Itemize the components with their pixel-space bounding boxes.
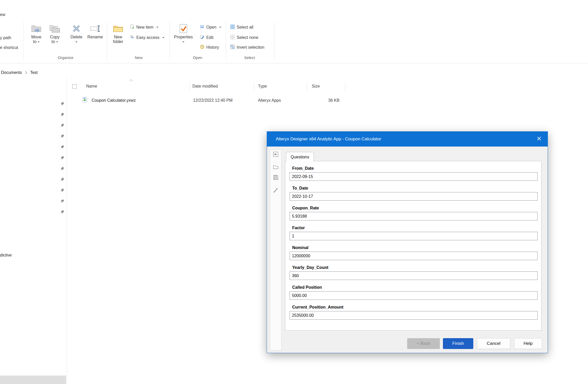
cancel-button[interactable]: Cancel bbox=[477, 338, 510, 349]
status-bar-fragment bbox=[0, 376, 66, 384]
help-button[interactable]: Help bbox=[514, 338, 542, 349]
dropdown-caret-icon bbox=[219, 27, 221, 29]
breadcrumb-chevron-icon bbox=[24, 71, 27, 74]
ribbon-group-new: New bbox=[135, 55, 142, 60]
move-to-icon bbox=[31, 22, 42, 35]
pin-icon[interactable] bbox=[60, 156, 65, 160]
easy-access-button[interactable]: Easy access bbox=[130, 34, 164, 41]
column-header-size[interactable]: Size bbox=[312, 84, 320, 89]
column-divider[interactable] bbox=[254, 82, 254, 91]
column-divider[interactable] bbox=[345, 82, 345, 91]
ribbon-separator bbox=[274, 22, 274, 59]
dropdown-caret-icon bbox=[156, 27, 158, 29]
sidebar-item-fragment[interactable]: dictive bbox=[0, 253, 12, 258]
new-folder-button[interactable]: New folder bbox=[108, 22, 128, 54]
pin-icon[interactable] bbox=[60, 134, 65, 138]
breadcrumb-item-documents[interactable]: Documents bbox=[0, 70, 23, 75]
ribbon-tab-fragment[interactable]: ew bbox=[0, 12, 5, 17]
dropdown-caret-icon bbox=[162, 37, 164, 39]
save-icon[interactable] bbox=[273, 175, 279, 180]
question-field: Called Position bbox=[290, 285, 541, 300]
close-button[interactable] bbox=[531, 132, 548, 147]
alteryx-file-icon bbox=[82, 97, 88, 103]
edit-button[interactable]: Edit bbox=[200, 34, 213, 41]
rename-button[interactable]: Rename bbox=[85, 22, 105, 54]
sort-ascending-icon bbox=[129, 79, 133, 83]
pin-icon[interactable] bbox=[60, 101, 65, 106]
coupon-rate-input[interactable] bbox=[290, 212, 538, 220]
pin-icon[interactable] bbox=[60, 199, 65, 203]
question-label: Yearly_Day_Count bbox=[292, 265, 541, 270]
copy-to-icon bbox=[49, 22, 60, 35]
select-all-button[interactable]: Select all bbox=[230, 23, 253, 31]
easy-access-icon bbox=[130, 35, 135, 40]
invert-selection-button[interactable]: Invert selection bbox=[230, 44, 264, 51]
ribbon-separator bbox=[170, 22, 170, 59]
file-type: Alteryx Apps bbox=[258, 98, 281, 103]
question-field: Nominal bbox=[290, 245, 541, 260]
file-size: 36 KB bbox=[328, 98, 340, 103]
column-divider[interactable] bbox=[307, 82, 307, 91]
pin-icon[interactable] bbox=[60, 145, 65, 149]
finish-button[interactable]: Finish bbox=[443, 338, 473, 349]
breadcrumb: Documents Test bbox=[0, 67, 39, 78]
nominal-input[interactable] bbox=[290, 252, 538, 260]
select-none-button[interactable]: Select none bbox=[230, 34, 259, 41]
rename-icon bbox=[90, 22, 101, 35]
open-folder-icon[interactable] bbox=[273, 164, 279, 170]
pin-icon[interactable] bbox=[60, 177, 65, 182]
column-divider[interactable] bbox=[189, 82, 190, 91]
copy-path-button-fragment[interactable]: y path bbox=[0, 36, 11, 40]
dropdown-caret-icon bbox=[56, 41, 58, 44]
ribbon-separator bbox=[23, 22, 23, 59]
question-field: Coupon_Rate bbox=[290, 206, 541, 220]
move-to-button[interactable]: Move to bbox=[26, 22, 47, 54]
dialog-titlebar[interactable]: Alteryx Designer x64 Analytic App - Coup… bbox=[267, 132, 548, 147]
breadcrumb-item-test[interactable]: Test bbox=[29, 70, 39, 75]
ribbon-separator bbox=[226, 22, 226, 59]
pane-divider[interactable] bbox=[67, 77, 67, 384]
new-item-icon bbox=[130, 24, 135, 30]
pin-icon[interactable] bbox=[60, 188, 65, 192]
question-field: Current_Position_Amount bbox=[290, 305, 541, 320]
called-position-input[interactable] bbox=[290, 291, 538, 300]
new-item-button[interactable]: New item bbox=[130, 23, 158, 31]
yearly-day-count-input[interactable] bbox=[290, 271, 538, 280]
select-all-checkbox[interactable] bbox=[72, 84, 77, 89]
file-name[interactable]: Coupon Calculator.yxwz bbox=[92, 98, 136, 103]
wizard-wand-icon[interactable] bbox=[273, 187, 279, 193]
select-all-icon bbox=[230, 24, 235, 30]
question-label: Current_Position_Amount bbox=[292, 305, 541, 310]
pin-icon[interactable] bbox=[60, 166, 65, 171]
from-date-input[interactable] bbox=[290, 172, 538, 181]
delete-button[interactable]: Delete bbox=[67, 22, 86, 54]
properties-icon bbox=[178, 22, 189, 35]
questions-panel: From_Date To_Date Coupon_Rate Factor Nom… bbox=[285, 161, 541, 331]
copy-to-button[interactable]: Copy to bbox=[44, 22, 65, 54]
back-arrow-icon[interactable] bbox=[273, 151, 279, 157]
question-field: From_Date bbox=[290, 166, 541, 181]
properties-button[interactable]: Properties bbox=[173, 22, 194, 54]
close-icon bbox=[537, 136, 541, 142]
ribbon-separator bbox=[107, 22, 107, 59]
dropdown-caret-icon bbox=[38, 41, 40, 44]
pin-icon[interactable] bbox=[60, 123, 65, 127]
factor-input[interactable] bbox=[290, 232, 538, 240]
ribbon-toolbar: y path e shortcut Move to Copy to Delete… bbox=[0, 19, 588, 63]
pin-icon[interactable] bbox=[60, 210, 65, 214]
alteryx-analytic-app-dialog: Alteryx Designer x64 Analytic App - Coup… bbox=[267, 131, 548, 353]
current-position-amount-input[interactable] bbox=[290, 311, 538, 320]
to-date-input[interactable] bbox=[290, 192, 538, 201]
open-button[interactable]: Open bbox=[200, 23, 221, 31]
pin-icon[interactable] bbox=[60, 112, 65, 117]
column-header-type[interactable]: Type bbox=[258, 84, 267, 89]
history-button[interactable]: History bbox=[200, 44, 219, 51]
invert-selection-icon bbox=[230, 45, 235, 50]
column-header-name[interactable]: Name bbox=[86, 84, 97, 89]
question-label: From_Date bbox=[292, 166, 541, 171]
paste-shortcut-button-fragment[interactable]: e shortcut bbox=[0, 45, 18, 50]
question-label: To_Date bbox=[292, 186, 541, 191]
history-icon bbox=[200, 45, 204, 50]
column-header-date-modified[interactable]: Date modified bbox=[192, 84, 218, 89]
tab-questions[interactable]: Questions bbox=[286, 152, 314, 162]
